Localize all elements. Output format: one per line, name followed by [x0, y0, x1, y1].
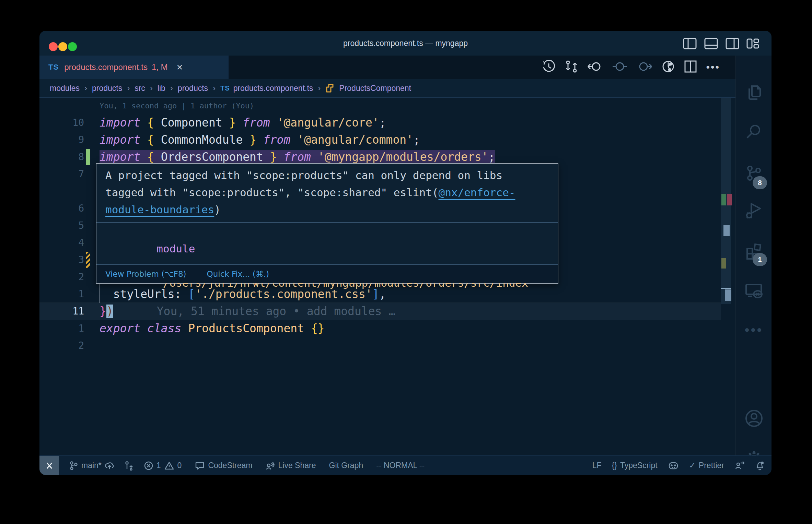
more-actions-icon[interactable]: ••• [706, 61, 720, 73]
live-share-item[interactable]: Live Share [266, 461, 316, 471]
code-line[interactable]: 10import { Component } from '@angular/co… [39, 114, 721, 131]
line-number[interactable]: 11 [39, 303, 84, 320]
remote-indicator[interactable] [39, 456, 59, 475]
eslint-rule-link[interactable]: @nx/enforce- [439, 186, 515, 199]
line-number[interactable] [39, 183, 84, 200]
source-control-badge: 8 [753, 176, 767, 189]
copilot-icon [668, 461, 679, 471]
problem-message: A project tagged with "scope:products" c… [105, 167, 551, 218]
breadcrumb-item[interactable]: src [135, 84, 145, 93]
tooltip-actions: View Problem (⌥F8) Quick Fix... (⌘.) [96, 264, 558, 283]
error-icon [144, 461, 153, 471]
customize-layout-icon[interactable] [746, 38, 760, 49]
code-text: import { CommonModule } from '@angular/c… [100, 131, 420, 148]
quick-fix-action[interactable]: Quick Fix... (⌘.) [207, 270, 269, 278]
timeline-history-icon[interactable] [542, 60, 556, 75]
feedback-person-icon [734, 461, 745, 471]
problems-item[interactable]: 1 0 [144, 461, 182, 471]
breadcrumb-item[interactable]: products [178, 84, 208, 93]
code-line[interactable]: 2 [39, 337, 721, 354]
explorer-icon[interactable] [744, 83, 764, 104]
ruler-cursor-line [721, 288, 731, 289]
breadcrumb-item[interactable]: modules [50, 84, 80, 93]
notifications-item[interactable] [755, 461, 765, 471]
copilot-item[interactable] [668, 461, 679, 471]
breadcrumb: modules› products› src› lib› products› T… [39, 79, 772, 98]
title-bar: products.component.ts — myngapp [39, 31, 772, 56]
code-editor[interactable]: You, 1 second ago | 1 author (You) 10imp… [39, 98, 735, 455]
tab-products-component[interactable]: TS products.component.ts 1, M × [39, 56, 229, 79]
vscode-window: products.component.ts — myngapp TS produ… [39, 31, 772, 475]
tab-close-icon[interactable]: × [177, 62, 183, 72]
feedback-item[interactable] [734, 461, 745, 471]
line-number[interactable]: 2 [39, 269, 84, 286]
editor-actions: ••• [542, 56, 720, 79]
code-line[interactable]: 9import { CommonModule } from '@angular/… [39, 131, 721, 148]
git-branch-item[interactable]: main* [69, 461, 114, 471]
gutter-added-marker [86, 149, 90, 165]
breadcrumb-file[interactable]: products.component.ts [233, 84, 313, 93]
next-change-icon[interactable] [637, 60, 652, 75]
tab-filename: products.component.ts [64, 62, 148, 72]
prettier-item[interactable]: ✓Prettier [689, 461, 724, 470]
view-problem-action[interactable]: View Problem (⌥F8) [105, 270, 186, 278]
git-graph-item[interactable]: Git Graph [329, 461, 363, 470]
problem-hover-tooltip: A project tagged with "scope:products" c… [96, 163, 558, 284]
bracket-pair-guide [99, 284, 100, 303]
gitlens-icon[interactable] [661, 60, 675, 75]
current-change-icon[interactable] [612, 60, 628, 75]
eol-indicator[interactable]: LF [592, 461, 602, 470]
remote-explorer-icon[interactable] [744, 281, 764, 302]
compare-branch-item[interactable] [125, 461, 134, 471]
bell-icon [755, 461, 765, 471]
live-share-icon [266, 461, 275, 471]
more-views-icon[interactable]: ••• [744, 322, 763, 338]
compare-changes-icon[interactable] [565, 60, 578, 75]
toggle-panel-icon[interactable] [704, 38, 718, 49]
comment-icon [195, 461, 205, 471]
warning-icon [164, 461, 174, 471]
line-number[interactable]: 5 [39, 217, 84, 234]
ruler-mark-modified [721, 258, 726, 269]
line-number[interactable]: 1 [39, 320, 84, 337]
eslint-rule-link[interactable]: module-boundaries [105, 203, 214, 216]
vim-mode-indicator[interactable]: -- NORMAL -- [376, 461, 425, 470]
status-bar: main* 1 0 CodeStream Live Share Git Grap… [39, 455, 772, 475]
ruler-mark-cursor [725, 289, 731, 301]
breadcrumb-symbol[interactable]: ProductsComponent [339, 84, 411, 93]
account-icon[interactable] [744, 408, 764, 430]
gutter-modified-marker [86, 252, 90, 268]
extensions-badge: 1 [753, 253, 767, 266]
publish-cloud-icon [105, 461, 114, 470]
split-editor-icon[interactable] [684, 60, 697, 74]
line-number[interactable]: 9 [39, 131, 84, 148]
line-number[interactable]: 2 [39, 337, 84, 354]
line-number[interactable]: 7 [39, 166, 84, 183]
line-number[interactable]: 3 [39, 251, 84, 269]
typescript-file-icon: TS [48, 63, 59, 72]
breadcrumb-item[interactable]: lib [158, 84, 165, 93]
code-text: import { Component } from '@angular/core… [100, 114, 386, 131]
ruler-mark-added [721, 194, 726, 205]
toggle-primary-sidebar-icon[interactable] [683, 38, 697, 49]
toggle-secondary-sidebar-icon[interactable] [726, 38, 739, 49]
typescript-file-icon: TS [220, 84, 230, 92]
breadcrumb-item[interactable]: products [92, 84, 122, 93]
language-mode-item[interactable]: {}TypeScript [612, 461, 658, 470]
tab-problems-decoration: 1, M [152, 62, 168, 72]
search-icon[interactable] [744, 122, 764, 142]
run-debug-icon[interactable] [744, 201, 764, 222]
code-line[interactable]: 1export class ProductsComponent {} [39, 320, 721, 337]
ruler-mark-deleted [727, 194, 732, 205]
line-number[interactable]: 1 [39, 286, 84, 303]
line-number[interactable]: 4 [39, 234, 84, 251]
line-number[interactable]: 6 [39, 200, 84, 217]
ruler-mark-selection [723, 225, 730, 236]
line-number[interactable]: 8 [39, 148, 84, 166]
gitlens-blame-annotation[interactable]: You, 1 second ago | 1 author (You) [100, 102, 254, 110]
code-text: export class ProductsComponent {} [100, 320, 325, 337]
previous-change-icon[interactable] [587, 60, 603, 75]
tab-bar: TS products.component.ts 1, M × ••• [39, 56, 772, 79]
codestream-item[interactable]: CodeStream [195, 461, 252, 471]
line-number[interactable]: 10 [39, 114, 84, 131]
